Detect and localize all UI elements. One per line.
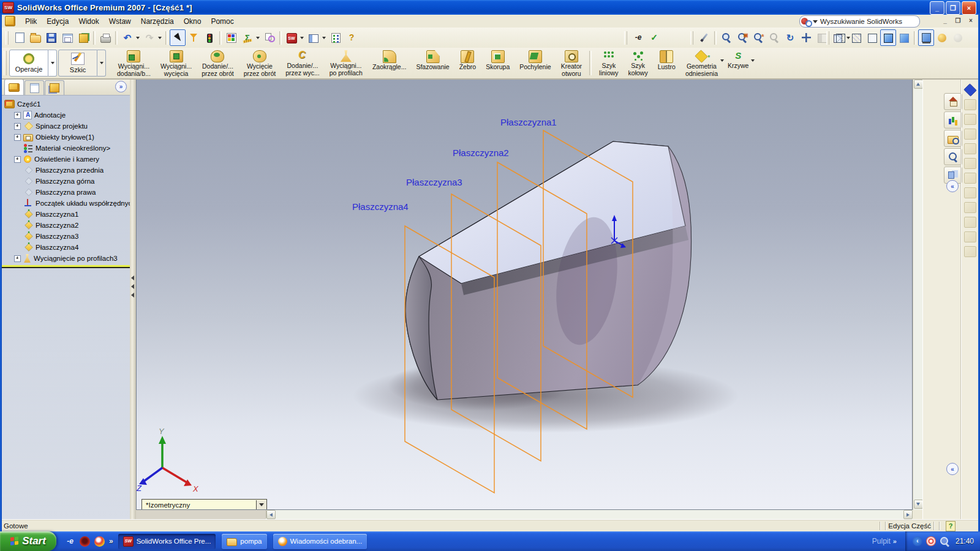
revolved-boss-button[interactable]: Dodanie/... przez obrót: [197, 48, 239, 78]
select-button[interactable]: [170, 29, 186, 46]
options-button[interactable]: [328, 29, 344, 46]
taskpane-home-tab[interactable]: [944, 93, 962, 110]
zoom-to-area-button[interactable]: ▣: [734, 29, 750, 46]
command-manager-tab[interactable]: Szkic: [58, 50, 106, 77]
tray-magnifier-icon[interactable]: [940, 536, 949, 546]
panel-splitter[interactable]: [130, 78, 136, 519]
tree-item[interactable]: Początek układu współrzędnych: [2, 198, 130, 209]
taskpane-resources-tab[interactable]: [944, 111, 962, 129]
annotation-tool-button[interactable]: [964, 114, 976, 125]
tree-item[interactable]: Płaszczyzna4: [2, 242, 130, 253]
make-drawing-button[interactable]: [59, 29, 75, 46]
solidworks-search[interactable]: Wyszukiwanie SolidWorks: [799, 15, 920, 28]
rollback-bar[interactable]: [2, 265, 130, 268]
tree-item[interactable]: Spinacz projektu: [2, 121, 130, 132]
vertical-scrollbar[interactable]: [913, 78, 923, 510]
taskpane-collapse-chevron[interactable]: «: [946, 180, 959, 192]
title-bar[interactable]: SW SolidWorks Office Premium 2007 - [Czę…: [0, 0, 980, 15]
annotation-tool-button[interactable]: [963, 83, 976, 96]
configuration-manager-tab[interactable]: [45, 80, 64, 95]
expand-toggle-icon[interactable]: [14, 134, 21, 141]
panel-expand-chevron[interactable]: »: [115, 81, 127, 92]
zoom-in-out-button[interactable]: ±: [750, 29, 766, 46]
shell-button[interactable]: Skorupa: [481, 48, 514, 78]
dropdown-arrow-icon[interactable]: [751, 59, 755, 62]
expand-toggle-icon[interactable]: [14, 123, 21, 130]
pen-tool-button[interactable]: [696, 29, 712, 46]
scroll-left-button[interactable]: [266, 510, 276, 519]
open-button[interactable]: [28, 29, 43, 46]
shaded-button[interactable]: [896, 29, 912, 46]
dropdown-arrow-icon[interactable]: [322, 37, 326, 39]
tree-item[interactable]: Materiał <nieokreślony>: [2, 143, 130, 154]
help-button[interactable]: [344, 29, 360, 46]
tree-item[interactable]: Obiekty bryłowe(1): [2, 132, 130, 143]
doc-minimize-button[interactable]: _: [940, 16, 950, 25]
chamfer-button[interactable]: Sfazowanie: [411, 48, 454, 78]
desktop-toolbar-label[interactable]: Pulpit: [872, 537, 891, 545]
color-swatches-button[interactable]: [224, 29, 239, 46]
design-checker-button[interactable]: [262, 29, 277, 46]
annotation-tool-button[interactable]: [964, 187, 976, 198]
view-orientation-dropdown[interactable]: *Izometryczny: [141, 499, 267, 510]
wireframe-button[interactable]: [832, 29, 848, 46]
new-document-button[interactable]: [12, 29, 28, 46]
hidden-lines-visible-button[interactable]: [848, 29, 864, 46]
doc-restore-button[interactable]: ❐: [953, 16, 963, 25]
plane-label[interactable]: Płaszczyzna3: [406, 177, 462, 187]
command-manager-tab[interactable]: Operacje: [9, 50, 57, 77]
shaded-with-edges-button[interactable]: [880, 29, 896, 46]
scroll-up-button[interactable]: [914, 80, 923, 89]
restore-button[interactable]: ❐: [946, 1, 960, 15]
annotation-tool-button[interactable]: [964, 99, 976, 110]
annotation-tool-button[interactable]: [964, 231, 976, 242]
search-dropdown-icon[interactable]: [813, 20, 818, 23]
menu-item[interactable]: Narzędzia: [136, 16, 179, 27]
tree-item[interactable]: Płaszczyzna2: [2, 220, 130, 231]
rotate-view-button[interactable]: [782, 29, 798, 46]
save-button[interactable]: [43, 29, 59, 46]
undo-button[interactable]: ↶: [119, 29, 135, 46]
tree-item[interactable]: Część1: [2, 99, 130, 110]
linear-pattern-button[interactable]: Szyk liniowy: [594, 48, 624, 78]
horizontal-scrollbar[interactable]: [136, 510, 922, 519]
taskbar-window-button[interactable]: Wiadomości odebran...: [273, 534, 368, 549]
mirror-button[interactable]: Lustro: [653, 48, 680, 78]
tree-item[interactable]: Płaszczyzna prawa: [2, 187, 130, 198]
fillet-button[interactable]: Zaokrągle...: [368, 48, 411, 78]
tray-previous-icon[interactable]: [913, 536, 922, 546]
hidden-lines-removed-button[interactable]: [864, 29, 880, 46]
apply-scene-button[interactable]: [950, 29, 966, 46]
plane-label[interactable]: Płaszczyzna2: [453, 148, 509, 158]
dropdown-arrow-icon[interactable]: [256, 37, 260, 39]
taskpane-design-library-tab[interactable]: [944, 130, 962, 147]
make-assembly-button[interactable]: [75, 29, 91, 46]
tab-dropdown-icon[interactable]: [97, 50, 106, 77]
taskbar-window-button[interactable]: pompa: [222, 534, 266, 549]
dropdown-arrow-icon[interactable]: [256, 500, 266, 509]
extruded-boss-button[interactable]: Wyciągni... dodania/b...: [112, 48, 156, 78]
tree-item[interactable]: Wyciągnięcie po profilach3: [2, 253, 130, 264]
toolbar-collapse-chevron[interactable]: «: [946, 463, 959, 475]
reference-geometry-button[interactable]: Geometria odniesienia: [680, 48, 723, 78]
menu-item[interactable]: Plik: [20, 16, 42, 27]
zoom-to-selection-button[interactable]: [766, 29, 782, 46]
search-input[interactable]: Wyszukiwanie SolidWorks: [820, 18, 902, 25]
split-panes-button[interactable]: [306, 29, 322, 46]
expand-toggle-icon[interactable]: [14, 255, 21, 262]
property-manager-tab[interactable]: [24, 80, 44, 95]
tree-item[interactable]: Oświetlenie i kamery: [2, 154, 130, 165]
annotation-tool-button[interactable]: [964, 217, 976, 228]
draft-button[interactable]: Pochylenie: [514, 48, 556, 78]
annotation-tool-button[interactable]: [964, 202, 976, 213]
scroll-down-button[interactable]: [914, 500, 923, 509]
opera-quicklaunch-icon[interactable]: [80, 536, 90, 547]
measure-button[interactable]: Σ: [239, 29, 255, 46]
edrawings-markup-button[interactable]: [646, 29, 662, 46]
minimize-button[interactable]: _: [930, 1, 944, 15]
expand-toggle-icon[interactable]: [14, 112, 21, 119]
browser-quicklaunch-icon[interactable]: [94, 536, 105, 547]
rebuild-button[interactable]: [202, 29, 217, 46]
edrawings-publish-button[interactable]: [630, 29, 646, 46]
lofted-boss-button[interactable]: Wyciągni... po profilach: [325, 48, 368, 78]
